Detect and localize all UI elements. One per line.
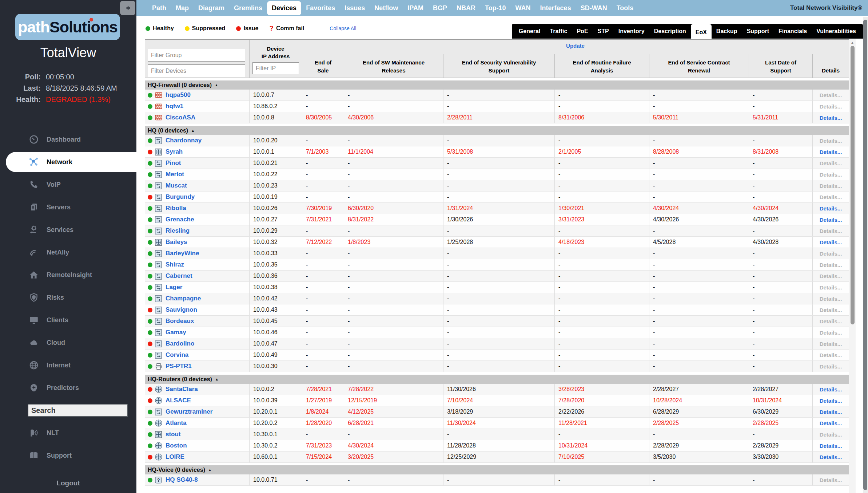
device-link[interactable]: BarleyWine (166, 250, 199, 257)
filter-ip-input[interactable] (252, 62, 299, 74)
device-link[interactable]: Sauvignon (166, 306, 197, 313)
device-link[interactable]: Gamay (166, 329, 186, 336)
sidebar-item-remoteinsight[interactable]: RemoteInsight (0, 264, 136, 286)
device-link[interactable]: LOIRE (166, 453, 184, 461)
device-link[interactable]: Riesling (166, 227, 190, 234)
sidebar-item-search[interactable] (0, 399, 136, 422)
top-tab-top-10[interactable]: Top-10 (480, 1, 511, 15)
details-link[interactable]: Details... (812, 418, 849, 429)
device-link[interactable]: PS-PTR1 (166, 363, 192, 370)
group-header-hq-voice[interactable]: HQ-Voice (0 devices)▲ (145, 465, 849, 474)
sidebar-item-support[interactable]: Support (0, 444, 136, 467)
device-link[interactable]: Champagne (166, 295, 201, 302)
details-link[interactable]: Details... (812, 237, 849, 248)
top-tab-path[interactable]: Path (147, 1, 171, 15)
view-tab-poe[interactable]: PoE (572, 24, 593, 39)
view-tab-vulnerabilities[interactable]: Vulnerabilities (812, 24, 861, 39)
top-tab-nbar[interactable]: NBAR (452, 1, 480, 15)
details-link[interactable]: Details... (812, 112, 849, 123)
sidebar-item-internet[interactable]: Internet (0, 354, 136, 376)
device-link[interactable]: Merlot (166, 171, 184, 178)
group-header-hq-firewall[interactable]: HQ-Firewall (0 devices)▲ (145, 80, 849, 90)
top-tab-ipam[interactable]: IPAM (403, 1, 428, 15)
group-header-hq-routers[interactable]: HQ-Routers (0 devices)▲ (145, 375, 849, 384)
device-link[interactable]: Corvina (166, 351, 188, 359)
logout-button[interactable]: Logout (0, 479, 136, 487)
top-tab-interfaces[interactable]: Interfaces (535, 1, 576, 15)
collapse-all-link[interactable]: Collapse All (330, 25, 356, 31)
top-tab-issues[interactable]: Issues (340, 1, 370, 15)
sidebar-collapse-button[interactable] (120, 1, 135, 15)
details-link[interactable]: Details... (812, 395, 849, 406)
device-link[interactable]: CiscoASA (166, 114, 195, 121)
device-link[interactable]: Cabernet (166, 272, 192, 280)
page-scrollbar[interactable] (863, 17, 868, 493)
sidebar-item-clients[interactable]: Clients (0, 309, 136, 331)
top-tab-favorites[interactable]: Favorites (301, 1, 340, 15)
view-tab-support[interactable]: Support (742, 24, 774, 39)
view-tab-backup[interactable]: Backup (712, 24, 742, 39)
details-link[interactable]: Details... (812, 384, 849, 395)
device-link[interactable]: ALSACE (166, 397, 191, 404)
view-tab-description[interactable]: Description (649, 24, 691, 39)
sidebar-item-risks[interactable]: Risks (0, 286, 136, 309)
filter-group-input[interactable] (148, 49, 245, 62)
sidebar-item-netally[interactable]: NetAlly (0, 241, 136, 264)
details-link[interactable]: Details... (812, 440, 849, 451)
table-scrollbar[interactable]: ▲ (849, 39, 856, 493)
device-link[interactable]: Grenache (166, 216, 194, 223)
device-link[interactable]: Pinot (166, 159, 181, 167)
page-scrollbar-thumb[interactable] (863, 20, 867, 490)
top-tab-sd-wan[interactable]: SD-WAN (576, 1, 612, 15)
device-link[interactable]: stout (166, 431, 181, 438)
device-link[interactable]: Shiraz (166, 261, 184, 268)
device-link[interactable]: Ribolla (166, 205, 186, 212)
top-tab-netflow[interactable]: Netflow (370, 1, 403, 15)
sidebar-item-cloud[interactable]: Cloud (0, 331, 136, 354)
view-tab-stp[interactable]: STP (593, 24, 614, 39)
device-link[interactable]: Gewurztraminer (166, 408, 212, 415)
group-header-hq[interactable]: HQ (0 devices)▲ (145, 126, 849, 135)
view-tab-traffic[interactable]: Traffic (545, 24, 572, 39)
view-tab-financials[interactable]: Financials (774, 24, 812, 39)
top-tab-wan[interactable]: WAN (511, 1, 535, 15)
update-link[interactable]: Update (302, 43, 849, 49)
device-link[interactable]: Boston (166, 442, 187, 449)
sidebar-item-services[interactable]: Services (0, 218, 136, 241)
details-link[interactable]: Details... (812, 203, 849, 214)
top-tab-map[interactable]: Map (171, 1, 194, 15)
view-tab-general[interactable]: General (514, 24, 545, 39)
device-link[interactable]: Bordeaux (166, 318, 194, 325)
top-tab-gremlins[interactable]: Gremlins (229, 1, 267, 15)
sidebar-item-dashboard[interactable]: Dashboard (0, 128, 136, 151)
device-link[interactable]: Syrah (166, 148, 183, 155)
view-tab-eox[interactable]: EoX (691, 24, 712, 39)
sidebar-item-nlt[interactable]: NLT (0, 422, 136, 444)
device-link[interactable]: Chardonnay (166, 137, 202, 144)
device-link[interactable]: hqfw1 (166, 103, 183, 110)
filter-devices-input[interactable] (148, 64, 245, 77)
device-link[interactable]: HQ SG40-8 (166, 476, 198, 484)
sidebar-item-network[interactable]: Network (0, 151, 136, 173)
device-link[interactable]: Muscat (166, 182, 187, 189)
device-link[interactable]: SantaClara (166, 386, 198, 393)
device-link[interactable]: Baileys (166, 238, 187, 246)
device-link[interactable]: Burgundy (166, 193, 195, 201)
device-link[interactable]: Atlanta (166, 419, 187, 427)
details-link[interactable]: Details... (812, 214, 849, 225)
top-tab-devices[interactable]: Devices (267, 1, 301, 15)
device-link[interactable]: hqpa500 (166, 91, 191, 99)
top-tab-tools[interactable]: Tools (612, 1, 638, 15)
scrollbar-thumb[interactable] (851, 46, 855, 324)
device-link[interactable]: Lager (166, 284, 182, 291)
top-tab-diagram[interactable]: Diagram (194, 1, 229, 15)
sidebar-item-servers[interactable]: Servers (0, 196, 136, 218)
sidebar-search-input[interactable] (28, 404, 128, 417)
view-tab-inventory[interactable]: Inventory (614, 24, 649, 39)
sidebar-item-voip[interactable]: VoIP (0, 173, 136, 196)
scrollbar-up-arrow[interactable]: ▲ (849, 40, 856, 45)
device-link[interactable]: Bardolino (166, 340, 194, 347)
details-link[interactable]: Details... (812, 451, 849, 462)
details-link[interactable]: Details... (812, 146, 849, 157)
sidebar-item-predictors[interactable]: Predictors (0, 376, 136, 399)
